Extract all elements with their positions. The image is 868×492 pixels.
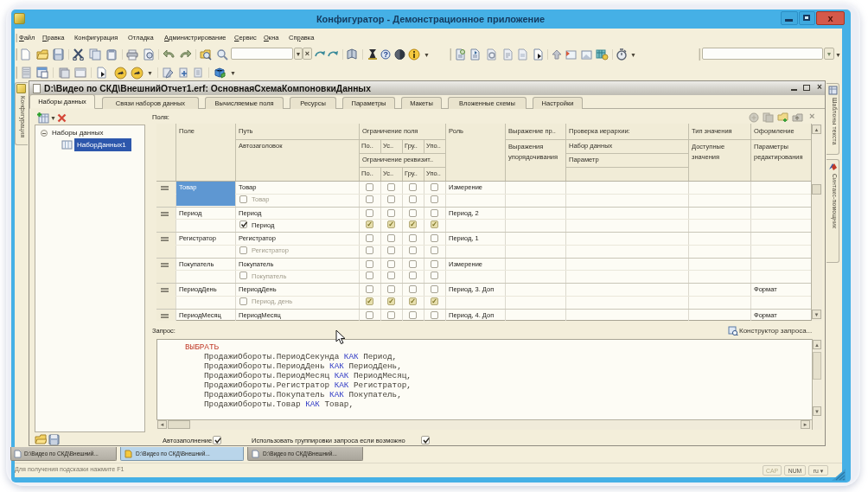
- svg-text:?: ?: [384, 50, 389, 59]
